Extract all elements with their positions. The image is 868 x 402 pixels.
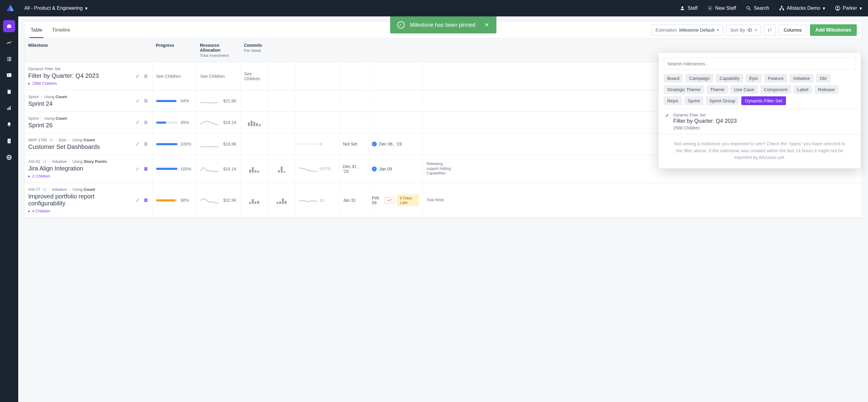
- filter-chip[interactable]: Theme: [707, 85, 728, 94]
- filter-chip[interactable]: Initiative: [789, 74, 814, 83]
- note-button[interactable]: [143, 73, 149, 79]
- milestone-name[interactable]: Sprint 24: [28, 100, 131, 107]
- sort-direction-button[interactable]: [764, 24, 776, 36]
- filter-chip[interactable]: Component: [760, 85, 791, 94]
- children-toggle[interactable]: ▸ 2 Children: [28, 174, 131, 178]
- external-link-icon[interactable]: [43, 188, 46, 191]
- filter-chip[interactable]: Campaign: [685, 74, 713, 83]
- tab-timeline[interactable]: Timeline: [51, 23, 71, 38]
- sidebar-metrics[interactable]: [3, 36, 15, 49]
- col-milestone[interactable]: Milestone: [25, 39, 152, 62]
- svg-rect-21: [8, 90, 11, 94]
- col-progress[interactable]: Progress: [152, 39, 196, 62]
- milestone-name[interactable]: Filter by Quarter: Q4 2023: [28, 72, 131, 79]
- progress-value: 94%: [181, 98, 189, 103]
- milestone-estimation: Using Count: [44, 94, 67, 99]
- nav-demo[interactable]: Allstacks Demo ▾: [779, 5, 825, 11]
- svg-rect-26: [10, 106, 11, 110]
- milestone-name[interactable]: Sprint 26: [28, 122, 131, 129]
- filter-chip[interactable]: Board: [663, 74, 683, 83]
- milestone-name[interactable]: Customer Set Dashboards: [28, 144, 131, 150]
- sidebar-alerts[interactable]: [3, 119, 15, 131]
- add-milestones-button[interactable]: Add Milestones: [810, 24, 857, 36]
- external-link-icon[interactable]: [43, 160, 46, 163]
- svg-point-27: [8, 126, 9, 127]
- search-icon: [746, 5, 751, 11]
- svg-point-4: [747, 6, 749, 9]
- scope-value: 13: [320, 198, 324, 203]
- filter-chip[interactable]: Label: [794, 85, 812, 94]
- result-title: Filter by Quarter: Q4 2023: [673, 118, 737, 124]
- milestone-name[interactable]: Improved portfolio report configurabilit…: [28, 193, 131, 207]
- filter-chip[interactable]: Release: [814, 85, 839, 94]
- note-button[interactable]: [143, 120, 149, 125]
- svg-rect-38: [144, 198, 148, 202]
- nav-new-staff[interactable]: New Staff: [707, 5, 736, 11]
- caret-right-icon: ▸: [28, 209, 30, 213]
- pin-button[interactable]: [134, 98, 140, 103]
- sidebar-globe[interactable]: [3, 151, 15, 163]
- estimation-select[interactable]: Estimation Milestone Default ▾: [651, 25, 723, 36]
- nav-search[interactable]: Search: [746, 5, 769, 11]
- sidebar-building[interactable]: [3, 86, 15, 98]
- external-link-icon[interactable]: [50, 138, 53, 142]
- chevron-down-icon: ▾: [860, 5, 862, 11]
- progress-value: 45%: [181, 120, 189, 125]
- sidebar-portfolio[interactable]: [3, 20, 15, 32]
- milestone-key[interactable]: ASI-77: [28, 187, 40, 192]
- pin-button[interactable]: [134, 197, 140, 203]
- target-date: Dec 31 , '23: [339, 155, 368, 183]
- filter-chip[interactable]: Feature: [764, 74, 787, 83]
- nav-staff[interactable]: Staff: [680, 5, 698, 11]
- svg-rect-7: [779, 9, 781, 10]
- pin-button[interactable]: [134, 141, 140, 147]
- children-toggle[interactable]: ▸ 2568 Children: [28, 81, 131, 86]
- filter-chip[interactable]: Strategic Theme: [663, 85, 704, 94]
- pin-button[interactable]: [134, 73, 140, 79]
- note-button[interactable]: [143, 197, 149, 203]
- filter-chip[interactable]: Capability: [716, 74, 743, 83]
- toast-message: Milestone has been pinned: [410, 22, 475, 28]
- sidebar-people[interactable]: [3, 69, 15, 82]
- sidebar-list[interactable]: [3, 53, 15, 65]
- chevron-down-icon: ▾: [85, 5, 88, 11]
- tab-table[interactable]: Table: [29, 23, 43, 38]
- sidebar-analytics[interactable]: [3, 102, 15, 114]
- filter-chip[interactable]: Okr: [816, 74, 831, 83]
- filter-chip[interactable]: Epic: [746, 74, 762, 83]
- toast-close-button[interactable]: ✕: [485, 22, 489, 28]
- filter-chip[interactable]: Dynamic Filter Set: [741, 96, 786, 105]
- note-button[interactable]: [143, 141, 149, 147]
- note-button[interactable]: [143, 166, 149, 172]
- nav-demo-label: Allstacks Demo: [787, 5, 820, 11]
- svg-rect-6: [781, 6, 782, 7]
- search-result-item[interactable]: Dynamic Filter Set Filter by Quarter: Q4…: [659, 109, 861, 134]
- milestone-search-input[interactable]: [663, 58, 856, 69]
- col-resource[interactable]: Resource Allocation Total Investment: [196, 39, 240, 62]
- filter-chip[interactable]: Use Case: [731, 85, 758, 94]
- team-selector[interactable]: All - Product & Engineering ▾: [24, 5, 88, 11]
- sidebar-reports[interactable]: $: [3, 135, 15, 147]
- col-resource-sub: Total Investment: [200, 53, 237, 58]
- milestone-name[interactable]: Jira Align Integration: [28, 165, 131, 172]
- note-button[interactable]: [143, 98, 149, 103]
- progress-value: 100%: [181, 142, 191, 147]
- columns-button[interactable]: Columns: [779, 25, 807, 35]
- team-name: All - Product & Engineering: [24, 5, 83, 11]
- svg-rect-19: [7, 73, 11, 77]
- pin-button[interactable]: [134, 166, 140, 172]
- nav-user[interactable]: Parker ▾: [835, 5, 862, 11]
- filter-chip[interactable]: Repo: [663, 96, 682, 105]
- prs-chart: [268, 155, 295, 183]
- milestone-type: Initiative: [52, 159, 67, 164]
- milestone-key[interactable]: ASI-81: [28, 159, 40, 164]
- col-commits[interactable]: Commits Per Week: [240, 39, 268, 62]
- children-toggle[interactable]: ▸ 4 Children: [28, 209, 131, 213]
- scope-value: 0: [320, 142, 322, 147]
- filter-chip[interactable]: Sprint: [684, 96, 703, 105]
- filter-chip[interactable]: Sprint Group: [706, 96, 739, 105]
- milestone-key[interactable]: WAF-1765: [28, 137, 47, 142]
- sort-select[interactable]: Sort By ID ▾: [726, 25, 761, 36]
- col-commits-title: Commits: [244, 43, 262, 48]
- pin-button[interactable]: [134, 120, 140, 125]
